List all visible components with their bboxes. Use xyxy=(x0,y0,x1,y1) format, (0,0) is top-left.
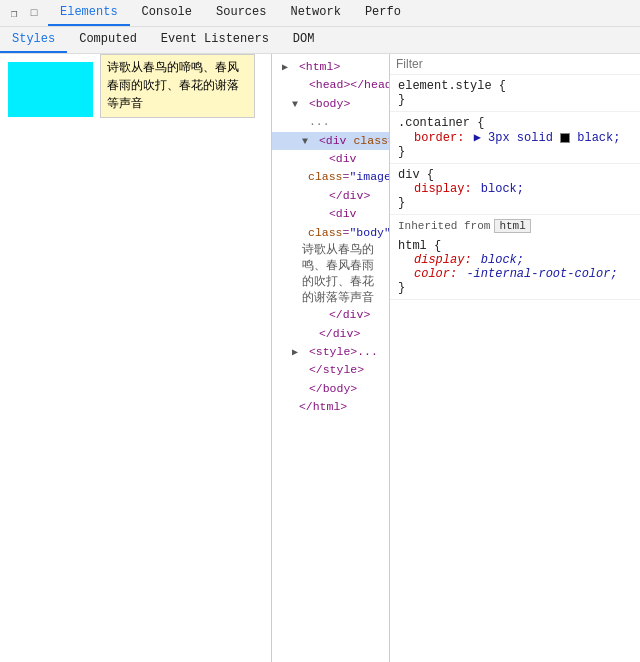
styles-toolbar: Styles Computed Event Listeners DOM xyxy=(0,27,640,54)
ellipsis-text: ... xyxy=(309,115,330,128)
triangle-body: ▼ xyxy=(292,97,302,113)
dom-style-close[interactable]: </style> xyxy=(272,361,389,379)
container-open-tag: <div xyxy=(319,134,354,147)
triangle-body-close xyxy=(312,308,322,324)
html-rule: html { display: block; color: -internal-… xyxy=(390,235,640,300)
devtools-icons: ❐ □ xyxy=(0,4,48,22)
html-display-name: display: xyxy=(414,253,472,267)
html-display-val: block; xyxy=(481,253,524,267)
inherited-tag[interactable]: html xyxy=(494,219,530,233)
filter-input[interactable] xyxy=(396,57,634,71)
html-open-brace: { xyxy=(434,239,441,253)
element-style-open-brace: { xyxy=(499,79,506,93)
body-div-open-tag: <div xyxy=(329,207,357,220)
inherited-label: Inherited from html xyxy=(390,215,640,235)
dom-image-close[interactable]: </div> xyxy=(272,187,389,205)
triangle-image-close xyxy=(312,189,322,205)
triangle-container: ▼ xyxy=(302,134,312,150)
container-prop: border: ▶ 3px solid black; xyxy=(398,130,632,145)
tab-computed[interactable]: Computed xyxy=(67,27,149,53)
image-open-tag: <div xyxy=(329,152,357,165)
html-close-brace: } xyxy=(398,281,405,295)
html-selector: html xyxy=(398,239,427,253)
triangle-style: ▶ xyxy=(292,345,302,361)
body-attr-name: class xyxy=(308,226,343,239)
container-rule: .container { border: ▶ 3px solid black; … xyxy=(390,112,640,164)
preview-inner: 诗歌从春鸟的啼鸣、春风春雨的吹打、春花的谢落等声音 ⇔ xyxy=(0,54,271,662)
triangle-style-close xyxy=(292,363,302,379)
body-tag: <body> xyxy=(309,97,350,110)
triangle-image xyxy=(312,152,322,168)
dom-body-text[interactable]: 诗歌从春鸟的鸣、春风春雨的吹打、春花的谢落等声音 xyxy=(272,242,389,306)
dom-container-div[interactable]: ▼ <div class="container"> = xyxy=(272,132,389,150)
container-color-name: black; xyxy=(577,131,620,145)
triangle-html-end xyxy=(282,400,292,416)
html-color-val: -internal-root-color; xyxy=(466,267,617,281)
dom-body-close[interactable]: </div> xyxy=(272,306,389,324)
div-rule: div { display: block; } xyxy=(390,164,640,215)
tab-network[interactable]: Network xyxy=(278,0,352,26)
dom-html[interactable]: ▶ <html> xyxy=(272,58,389,76)
triangle-body-end xyxy=(292,382,302,398)
container-close-brace: } xyxy=(398,145,405,159)
container-selector: .container xyxy=(398,116,470,130)
dom-body-end[interactable]: </body> xyxy=(272,380,389,398)
element-style-selector: element.style xyxy=(398,79,492,93)
tab-event-listeners[interactable]: Event Listeners xyxy=(149,27,281,53)
tab-console[interactable]: Console xyxy=(130,0,204,26)
image-div xyxy=(8,62,93,117)
container-attr-name: class xyxy=(353,134,388,147)
dom-head[interactable]: <head></head> xyxy=(272,76,389,94)
dom-container-close[interactable]: </div> xyxy=(272,325,389,343)
styles-panel: element.style { } .container { border: ▶… xyxy=(390,54,640,662)
dom-style-open[interactable]: ▶ <style>... xyxy=(272,343,389,361)
body-attr-val: "body" xyxy=(349,226,390,239)
element-style-close-brace: } xyxy=(398,93,405,107)
dom-body-div-open[interactable]: <div xyxy=(272,205,389,223)
top-toolbar: ❐ □ Elements Console Sources Network Per… xyxy=(0,0,640,27)
dom-image-div-open[interactable]: <div xyxy=(272,150,389,168)
dom-html-end[interactable]: </html> xyxy=(272,398,389,416)
top-tabs: Elements Console Sources Network Perfo xyxy=(48,0,413,26)
div-open-brace: { xyxy=(427,168,434,182)
style-close-tag: </style> xyxy=(309,363,364,376)
image-close-tag: </div> xyxy=(329,189,370,202)
tooltip-text: 诗歌从春鸟的啼鸣、春风春雨的吹打、春花的谢落等声音 xyxy=(107,61,239,111)
tooltip-box: 诗歌从春鸟的啼鸣、春风春雨的吹打、春花的谢落等声音 xyxy=(100,54,255,118)
image-attr-val: "image" xyxy=(349,170,390,183)
triangle-container-close xyxy=(302,327,312,343)
html-end-tag: </html> xyxy=(299,400,347,413)
container-prop-name: border: xyxy=(414,131,464,145)
dom-body[interactable]: ▼ <body> xyxy=(272,95,389,113)
container-close-tag: </div> xyxy=(319,327,360,340)
html-color-prop: color: -internal-root-color; xyxy=(398,267,632,281)
div-prop-name: display: xyxy=(414,182,472,196)
body-end-tag: </body> xyxy=(309,382,357,395)
head-tag: <head></head> xyxy=(309,78,390,91)
container-border-val: ▶ 3px solid xyxy=(474,131,560,145)
div-close-brace: } xyxy=(398,196,405,210)
tab-sources[interactable]: Sources xyxy=(204,0,278,26)
triangle-head xyxy=(292,78,302,94)
dom-ellipsis[interactable]: ... xyxy=(272,113,389,131)
main-content: 诗歌从春鸟的啼鸣、春风春雨的吹打、春花的谢落等声音 ⇔ ▶ <html> <he… xyxy=(0,54,640,662)
triangle-body-div xyxy=(312,207,322,223)
triangle-html: ▶ xyxy=(282,60,292,76)
tab-styles[interactable]: Styles xyxy=(0,27,67,53)
device-icon[interactable]: □ xyxy=(25,4,43,22)
dom-body-div-class[interactable]: class="body"> xyxy=(272,224,389,242)
tab-dom[interactable]: DOM xyxy=(281,27,327,53)
dom-image-div-class[interactable]: class="image"> xyxy=(272,168,389,186)
element-style-rule: element.style { } xyxy=(390,75,640,112)
html-color-name: color: xyxy=(414,267,457,281)
dom-panel[interactable]: ▶ <html> <head></head> ▼ <body> ... ▼ <d… xyxy=(272,54,390,662)
image-attr-name: class xyxy=(308,170,343,183)
inherited-text: Inherited from xyxy=(398,220,490,232)
tab-performance[interactable]: Perfo xyxy=(353,0,413,26)
body-close-tag: </div> xyxy=(329,308,370,321)
tab-elements[interactable]: Elements xyxy=(48,0,130,26)
container-color-swatch[interactable] xyxy=(560,133,570,143)
style-open-tag: <style>... xyxy=(309,345,378,358)
triangle-ellipsis xyxy=(292,115,302,131)
inspect-icon[interactable]: ❐ xyxy=(5,4,23,22)
